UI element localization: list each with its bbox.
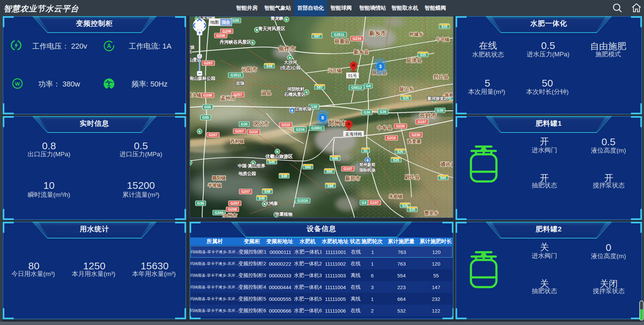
svg-text:G310: G310 <box>387 136 396 140</box>
svg-text:S60: S60 <box>326 170 332 173</box>
svg-text:G207: G207 <box>204 61 213 65</box>
svg-text:延津县: 延津县 <box>406 57 422 63</box>
svg-text:国际机场: 国际机场 <box>359 168 375 172</box>
svg-text:S25: S25 <box>393 158 399 162</box>
svg-text:S25: S25 <box>441 25 447 29</box>
svg-text:曹里乡: 曹里乡 <box>424 211 438 216</box>
svg-text:开封市: 开封市 <box>419 113 437 119</box>
svg-text:G3511: G3511 <box>231 73 241 77</box>
svg-text:G55: G55 <box>202 115 209 119</box>
svg-text:G234: G234 <box>353 37 361 41</box>
svg-text:坡头镇: 坡头镇 <box>190 93 202 98</box>
svg-text:G234: G234 <box>296 127 305 131</box>
svg-text:G3001: G3001 <box>311 126 322 130</box>
svg-text:G30: G30 <box>241 122 248 126</box>
svg-text:地质公园: 地质公园 <box>238 171 256 176</box>
svg-text:伏羲山旅游区: 伏羲山旅游区 <box>265 154 293 159</box>
svg-text:郑州市: 郑州市 <box>328 120 346 126</box>
svg-text:焦作市: 焦作市 <box>278 46 296 52</box>
svg-text:华夏植物: 华夏植物 <box>275 212 292 217</box>
svg-text:G208: G208 <box>216 34 225 38</box>
svg-text:G30: G30 <box>437 108 443 112</box>
svg-text:中国·嵩山世界: 中国·嵩山世界 <box>238 163 265 168</box>
svg-text:半坡镇: 半坡镇 <box>208 183 222 188</box>
svg-text:新乡市: 新乡市 <box>369 30 386 37</box>
svg-text:大沙河: 大沙河 <box>284 60 297 65</box>
svg-text:G207: G207 <box>241 189 250 194</box>
svg-text:青龙峡: 青龙峡 <box>271 16 284 21</box>
svg-text:河阴软籽: 河阴软籽 <box>287 87 305 92</box>
svg-text:朱曲镇: 朱曲镇 <box>389 194 403 199</box>
svg-text:巩义市: 巩义市 <box>254 121 269 126</box>
svg-text:牛屯镇: 牛屯镇 <box>436 37 450 42</box>
svg-text:G208: G208 <box>222 29 231 33</box>
svg-text:S1: S1 <box>364 149 368 153</box>
svg-text:青天河风景区: 青天河风景区 <box>258 26 286 31</box>
svg-text:G310: G310 <box>281 123 290 127</box>
svg-text:G310: G310 <box>249 130 258 134</box>
svg-text:西村镇: 西村镇 <box>230 139 244 144</box>
svg-text:3: 3 <box>379 64 382 69</box>
svg-text:8: 8 <box>321 115 324 120</box>
svg-text:G30: G30 <box>311 105 317 109</box>
svg-text:01号: 01号 <box>348 73 357 78</box>
svg-text:G1516: G1516 <box>297 199 308 203</box>
svg-text:新乡县: 新乡县 <box>354 49 369 55</box>
svg-text:G107: G107 <box>370 201 379 205</box>
svg-text:G230: G230 <box>412 133 420 137</box>
svg-text:S25: S25 <box>397 150 403 154</box>
svg-text:孟州市: 孟州市 <box>220 95 236 101</box>
svg-text:蓝海球阀: 蓝海球阀 <box>345 132 362 137</box>
svg-text:封丘县: 封丘县 <box>433 74 449 79</box>
svg-text:南山森林公园: 南山森林公园 <box>190 76 215 81</box>
svg-text:颖阳镇: 颖阳镇 <box>212 175 226 180</box>
svg-text:S49: S49 <box>269 160 275 164</box>
svg-text:G3511: G3511 <box>334 33 344 37</box>
svg-text:中牟县: 中牟县 <box>377 125 392 130</box>
svg-text:西姜寨: 西姜寨 <box>407 139 421 144</box>
svg-text:S49: S49 <box>264 190 270 194</box>
svg-text:郑州新郑: 郑州新郑 <box>359 162 375 167</box>
svg-text:获嘉县: 获嘉县 <box>334 38 350 44</box>
svg-text:(生态)公园: (生态)公园 <box>280 65 301 70</box>
svg-text:S87: S87 <box>314 35 320 38</box>
svg-text:G4: G4 <box>362 201 366 205</box>
svg-text:温县: 温县 <box>261 90 271 96</box>
svg-text:G4: G4 <box>366 84 371 88</box>
svg-text:A: A <box>107 43 111 49</box>
svg-text:S49: S49 <box>266 64 272 68</box>
svg-text:G36: G36 <box>197 201 204 205</box>
svg-text:G207: G207 <box>235 129 244 133</box>
svg-text:G107: G107 <box>418 120 426 124</box>
svg-text:大鸿寨: 大鸿寨 <box>265 201 278 206</box>
svg-text:S87: S87 <box>317 86 323 89</box>
svg-text:地图: 地图 <box>210 20 219 25</box>
svg-text:S88: S88 <box>332 157 338 160</box>
svg-text:通许县: 通许县 <box>440 161 454 167</box>
svg-text:G107: G107 <box>343 167 352 171</box>
svg-text:G55: G55 <box>232 18 239 22</box>
svg-text:G207: G207 <box>209 133 217 137</box>
svg-text:汝州市: 汝州市 <box>222 213 237 218</box>
svg-text:沁阳市: 沁阳市 <box>242 66 257 72</box>
svg-text:家级: 家级 <box>190 45 195 50</box>
svg-text:尉氏县: 尉氏县 <box>405 174 420 180</box>
svg-text:S60: S60 <box>305 165 311 169</box>
svg-text:陡门乡: 陡门乡 <box>400 87 414 92</box>
svg-text:农场: 农场 <box>235 80 245 86</box>
svg-text:丹河峡谷风景区: 丹河峡谷风景区 <box>219 40 252 45</box>
svg-text:昨城乡: 昨城乡 <box>410 32 423 37</box>
svg-text:G207: G207 <box>230 201 239 205</box>
svg-text:石榴风景区: 石榴风景区 <box>284 92 306 97</box>
svg-text:S25: S25 <box>403 96 409 100</box>
svg-text:新郑市: 新郑市 <box>345 175 361 181</box>
svg-text:G208: G208 <box>228 207 237 211</box>
svg-text:G5512: G5512 <box>351 86 362 90</box>
svg-text:S25: S25 <box>420 53 426 57</box>
svg-text:W: W <box>15 81 20 87</box>
svg-text:S25: S25 <box>409 208 415 212</box>
svg-text:G30: G30 <box>380 110 386 114</box>
svg-text:冯庄镇: 冯庄镇 <box>328 68 342 73</box>
svg-text:上街机场: 上街机场 <box>294 106 312 111</box>
svg-text:G220: G220 <box>396 124 405 128</box>
